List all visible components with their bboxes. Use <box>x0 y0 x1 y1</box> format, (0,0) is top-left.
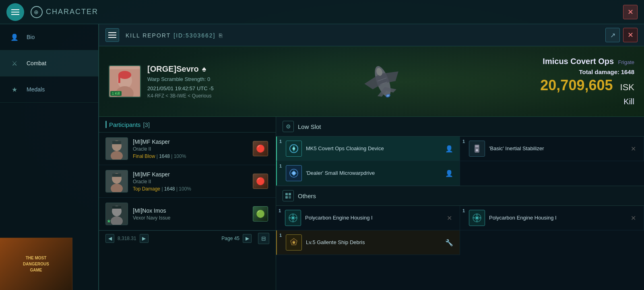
participant-avatar-2 <box>105 170 128 193</box>
combat-icon: ⚔ <box>8 57 21 70</box>
weapon-icon-1: 🔴 <box>253 141 268 156</box>
participants-title: Participants <box>109 121 140 128</box>
equip-qty-2: 1 <box>462 139 465 144</box>
equip-item-cloaking[interactable]: 1 MK5 Covert Ops Cloaking Device 👤 <box>276 137 460 161</box>
kill-report-modal: KILL REPORT [ID:5303662] ⎘ ↗ ✕ <box>99 24 644 290</box>
equip-action-poly1[interactable]: ✕ <box>444 213 454 223</box>
weapon-icon-2: 🔴 <box>253 174 268 189</box>
participant-name-2: [MI]MF Kasper <box>133 171 247 178</box>
modal-header: KILL REPORT [ID:5303662] ⎘ ↗ ✕ <box>99 24 644 46</box>
modal-title-text: KILL REPORT <box>126 32 171 39</box>
advertisement-banner: THE MOSTDANGEROUSGAME <box>0 238 72 290</box>
sidebar-item-medals[interactable]: ★ Medals <box>0 77 98 103</box>
filter-button[interactable]: ⊟ <box>258 233 269 244</box>
others-grid: 1 Polycarbon <box>276 206 644 255</box>
equip-icon-inertial <box>469 141 485 157</box>
equip-action-debris[interactable]: 🔧 <box>444 238 454 247</box>
victim-name: [ORGE]Sevro ♠ <box>147 64 252 74</box>
participant-row[interactable]: [MI]MF Kasper Oracle II Final Blow | 164… <box>99 133 276 165</box>
equip-item-inertial[interactable]: 1 'Basic' Inertial Stabilizer ✕ <box>460 137 644 161</box>
participant-avatar-1 <box>105 137 128 160</box>
equip-item-microwarpdrive[interactable]: 1 'Dealer' Small Microwarpdrive 👤 <box>276 161 460 186</box>
svg-rect-39 <box>289 196 291 199</box>
equip-qty-poly2: 1 <box>462 208 465 213</box>
low-slot-icon: ⚙ <box>283 121 294 132</box>
others-section: Others 1 <box>276 186 644 255</box>
equip-action-inertial[interactable]: ✕ <box>628 144 638 153</box>
others-icon <box>283 190 294 201</box>
low-slot-header: ⚙ Low Slot <box>276 117 644 137</box>
participant-info-3: [MI]Nox Imos Vexor Navy Issue <box>133 207 247 221</box>
equipment-panel: ⚙ Low Slot 1 MK5 Covert Ops Cloaking D <box>276 117 644 290</box>
kill-stats: Imicus Covert Ops Frigate Total damage: … <box>514 57 634 106</box>
svg-point-35 <box>292 172 295 175</box>
total-damage: Total damage: 1648 <box>514 68 634 75</box>
equip-name-poly1: Polycarbon Engine Housing I <box>305 214 373 222</box>
svg-point-56 <box>293 241 295 244</box>
modal-menu-button[interactable] <box>105 28 119 42</box>
svg-point-29 <box>293 147 295 150</box>
participant-row-2[interactable]: [MI]MF Kasper Oracle II Top Damage | 164… <box>99 165 276 198</box>
participant-avatar-3: ★ <box>105 203 128 225</box>
svg-point-42 <box>292 217 294 219</box>
medals-icon: ★ <box>8 83 21 96</box>
svg-rect-4 <box>118 75 120 83</box>
nav-next-button[interactable]: ▶ <box>140 234 149 243</box>
bio-icon: 👤 <box>8 31 21 44</box>
kill-location: K4-RFZ < 3B-IWE < Querious <box>147 93 252 99</box>
modal-id: [ID:5303662] <box>173 32 215 39</box>
ad-text: THE MOSTDANGEROUSGAME <box>23 255 49 273</box>
hamburger-menu-button[interactable] <box>6 3 24 21</box>
app-close-button[interactable]: ✕ <box>623 5 638 19</box>
external-link-button[interactable]: ↗ <box>605 28 620 42</box>
equip-qty-1: 1 <box>279 139 282 144</box>
equip-item-debris[interactable]: 1 Lv.5 Gallente Ship Debris 🔧 <box>276 230 460 255</box>
kill-count-badge: 1 Kill <box>110 91 122 96</box>
sidebar-item-bio[interactable]: 👤 Bio <box>0 24 98 50</box>
logo-icon: ⊕ <box>31 6 43 18</box>
ship-info: Imicus Covert Ops Frigate <box>514 57 634 66</box>
participant-info-2: [MI]MF Kasper Oracle II Top Damage | 164… <box>133 171 247 192</box>
participants-panel: Participants [3] [MI]MF Kasper Oracle II <box>99 117 276 290</box>
modal-hamburger-icon <box>108 32 116 38</box>
equip-action-poly2[interactable]: ✕ <box>628 213 638 223</box>
svg-point-49 <box>476 217 478 219</box>
external-icon: ↗ <box>610 31 615 39</box>
participant-ship-3: Vexor Navy Issue <box>133 215 247 221</box>
modal-close-icon: ✕ <box>627 31 634 39</box>
modal-actions: ↗ ✕ <box>605 28 638 42</box>
low-slot-grid: 1 MK5 Covert Ops Cloaking Device 👤 1 <box>276 137 644 186</box>
participant-name-3: [MI]Nox Imos <box>133 207 247 214</box>
page-nav-button[interactable]: ▶ <box>243 234 252 243</box>
participant-ship-1: Oracle II <box>133 146 247 152</box>
equip-item-polycarbon-2[interactable]: 1 Polycarbon <box>460 206 644 230</box>
spade-icon: ♠ <box>202 64 206 74</box>
isk-value: 20,709,605 ISK <box>514 77 634 94</box>
equip-action-microwarpdrive[interactable]: 👤 <box>444 168 454 178</box>
equip-item-polycarbon-1[interactable]: 1 Polycarbon <box>276 206 460 230</box>
equip-name-microwarpdrive: 'Dealer' Small Microwarpdrive <box>306 170 375 177</box>
hamburger-icon <box>11 9 19 15</box>
equip-name-debris: Lv.5 Gallente Ship Debris <box>306 239 365 246</box>
others-title: Others <box>298 193 316 199</box>
top-bar: ⊕ CHARACTER ✕ <box>0 0 644 24</box>
svg-rect-37 <box>289 193 291 195</box>
equip-action-cloaking[interactable]: 👤 <box>444 144 454 153</box>
equip-icon-poly2 <box>469 210 485 226</box>
victim-name-text: [ORGE]Sevro <box>147 64 199 74</box>
nav-prev-button[interactable]: ◀ <box>105 234 114 243</box>
sidebar-item-combat[interactable]: ⚔ Combat <box>0 50 98 77</box>
victim-avatar: 1 Kill <box>109 65 141 97</box>
equip-name-inertial: 'Basic' Inertial Stabilizer <box>489 145 544 152</box>
participant-row-3[interactable]: ★ [MI]Nox Imos Vexor Navy Issue 🟢 <box>99 198 276 230</box>
equip-icon-microwarpdrive <box>286 165 302 181</box>
svg-rect-36 <box>285 193 288 195</box>
participant-weapon-1: 🔴 <box>252 140 269 157</box>
participant-stats-1: Final Blow | 1648 | 100% <box>133 153 247 159</box>
copy-icon[interactable]: ⎘ <box>219 32 223 39</box>
svg-rect-22 <box>112 174 121 177</box>
participant-name-1: [MI]MF Kasper <box>133 139 247 145</box>
weapon-icon-3: 🟢 <box>253 206 268 222</box>
equip-icon-debris <box>286 234 302 251</box>
modal-close-button[interactable]: ✕ <box>623 28 638 42</box>
